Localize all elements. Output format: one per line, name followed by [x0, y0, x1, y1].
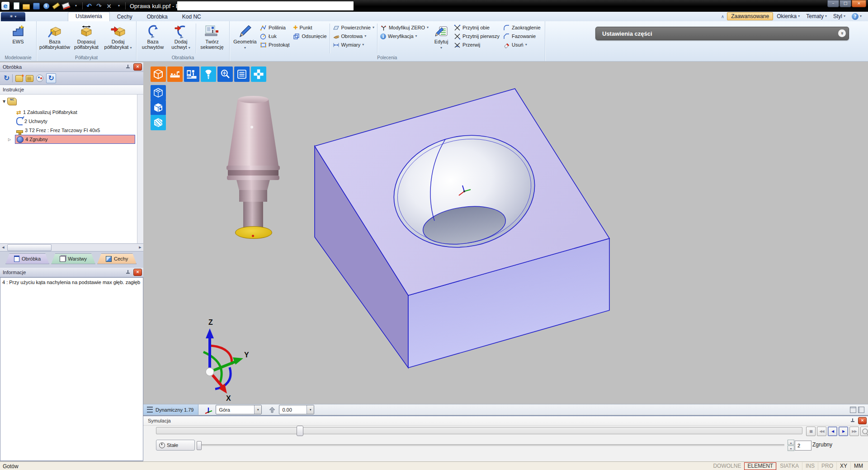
scrollbar-thumb[interactable] [7, 244, 52, 251]
speed-slider-handle[interactable] [197, 441, 202, 450]
ews-button[interactable]: EWS [2, 23, 34, 54]
new-file-button[interactable] [12, 1, 21, 10]
baza-uchwytow-button[interactable]: Baza uchwytów [139, 23, 167, 54]
spinner-up-button[interactable]: ▴ [788, 440, 794, 445]
undo-button[interactable]: ↶ [85, 1, 94, 10]
dopasuj-polfabrykat-button[interactable]: Dopasuj półfabrykat [71, 23, 102, 54]
przerwij-button[interactable]: Przerwij [454, 41, 500, 49]
obrotowa-button[interactable]: Obrotowa▾ [333, 32, 374, 40]
info-pin-icon[interactable] [126, 270, 130, 275]
mode-element[interactable]: ELEMENT [744, 462, 776, 470]
skip-start-button[interactable]: ◀◀ [817, 427, 826, 436]
minimize-button[interactable]: – [827, 0, 839, 7]
fazowanie-button[interactable]: Fazowanie [503, 32, 541, 40]
tab-kod-nc[interactable]: Kod NC [175, 12, 208, 21]
step-forward-button[interactable]: ▶ [839, 427, 848, 436]
save-button[interactable] [32, 1, 41, 10]
regenerate-button[interactable]: ↻ [4, 75, 9, 82]
tree-root-row[interactable]: ▼ NC [3, 97, 17, 105]
pin-icon[interactable] [126, 65, 130, 70]
simulation-progress-track[interactable] [156, 427, 802, 434]
dodaj-polfabrykat-button[interactable]: Dodaj półfabrykat ▾ [102, 23, 134, 54]
info-close-button[interactable]: × [133, 269, 142, 276]
mode-pro[interactable]: PRO [818, 462, 836, 470]
application-menu-button[interactable]: * ▾ [1, 12, 25, 21]
tree-horizontal-scrollbar[interactable]: ◀ ▶ [0, 244, 143, 252]
weryfikacja-button[interactable]: iWeryfikacja▾ [380, 32, 429, 40]
mode-dowolne[interactable]: DOWOLNE [710, 462, 744, 470]
expand-open-icon[interactable]: ▼ [3, 100, 5, 104]
scroll-right-icon[interactable]: ▶ [137, 244, 143, 251]
powierzchnie-button[interactable]: Powierzchnie▾ [333, 24, 374, 32]
toolbar-options-caret-icon[interactable]: ▾ [114, 1, 123, 10]
depth-select[interactable]: 0.00 ▾ [279, 405, 314, 414]
simulation-progress-handle[interactable] [297, 426, 303, 436]
przytnij-pierwszy-button[interactable]: Przytnij pierwszy [454, 32, 500, 40]
mode-mm[interactable]: MM [850, 462, 866, 470]
windows-menu[interactable]: Okienka▾ [774, 13, 802, 20]
sequence-list-button[interactable] [26, 75, 33, 82]
geometria-button[interactable]: Geometria▾ [232, 23, 258, 54]
tree-item-4-selected[interactable]: 4 Zgrubny [15, 135, 135, 144]
speed-slider[interactable] [197, 444, 784, 446]
measure-button[interactable] [52, 1, 61, 10]
punkt-button[interactable]: ✚Punkt [293, 24, 326, 32]
modyfikuj-zero-button[interactable]: Modyfikuj ZERO▾ [380, 24, 429, 32]
themes-menu[interactable]: Tematy▾ [803, 13, 830, 20]
graphics-viewport[interactable]: Z Y X Dynamiczny 1.79 Góra ▾ 0.00 ▾ [143, 62, 868, 415]
help-menu[interactable]: ?▾ [849, 13, 864, 20]
new-sequence-button[interactable]: ★ [15, 75, 23, 82]
tab-obrobka[interactable]: Obróbka [140, 12, 175, 21]
mode-ins[interactable]: INS [802, 462, 818, 470]
view-mode-button[interactable]: Dynamiczny 1.79 [143, 404, 198, 415]
tree-item-2[interactable]: 2 Uchwyty [16, 117, 47, 125]
split-horizontal-icon[interactable] [850, 407, 856, 413]
baza-polfabrykatow-button[interactable]: Baza półfabrykatów [39, 23, 71, 54]
app-logo-icon[interactable]: e [1, 2, 9, 10]
tree-vertical-scrollbar[interactable] [137, 95, 143, 243]
prostokat-button[interactable]: Prostokąt [260, 41, 289, 49]
tab-ustawienia[interactable]: Ustawienia [68, 12, 110, 21]
luk-button[interactable]: Łuk [260, 32, 289, 40]
split-vertical-icon[interactable] [858, 407, 864, 413]
tree-item-1[interactable]: ⇄ 1 Zaktualizuj Półfabrykat [16, 108, 77, 116]
sim-zoom-button[interactable] [860, 427, 868, 436]
dodaj-uchwyt-button[interactable]: Dodaj uchwyt ▾ [167, 23, 195, 54]
mode-xy[interactable]: XY [836, 462, 850, 470]
stop-button[interactable]: ■ [806, 427, 816, 436]
block-part[interactable] [315, 89, 609, 368]
cycle-colors-button[interactable] [36, 75, 43, 82]
przytnij-obie-button[interactable]: Przytnij obie [454, 24, 500, 32]
edytuj-button[interactable]: Edytuj▾ [430, 23, 452, 54]
tworz-sekwencje-button[interactable]: Twórz sekwencję [197, 23, 227, 54]
tab-warstwy-panel[interactable]: Warstwy [51, 253, 95, 264]
expand-closed-icon[interactable]: ▷ [8, 138, 11, 142]
instructions-tree[interactable]: ▼ NC ⇄ 1 Zaktualizuj Półfabrykat 2 Uchwy… [0, 95, 143, 244]
panel-close-button[interactable]: × [133, 63, 142, 71]
wymiary-button[interactable]: Wymiary▾ [333, 41, 374, 49]
mode-siatka[interactable]: SIATKA [776, 462, 802, 470]
delete-button[interactable]: × [104, 1, 113, 10]
erase-button[interactable] [61, 1, 71, 10]
style-menu[interactable]: Styl▾ [830, 13, 848, 20]
tree-item-3[interactable]: 3 T2 Frez : Frez Tarczowy FI 40x5 [16, 126, 100, 134]
info-button[interactable]: i [42, 1, 51, 10]
tab-obrobka-panel[interactable]: Obróbka [5, 253, 49, 264]
open-file-button[interactable] [22, 1, 31, 10]
zaokraglenie-button[interactable]: Zaokrąglenie [503, 24, 541, 32]
usun-button[interactable]: Usuń▾ [503, 41, 541, 49]
skip-end-button[interactable]: ▶▶ [849, 427, 859, 436]
tab-cechy[interactable]: Cechy [110, 12, 140, 21]
auto-update-toggle[interactable]: ↻ [46, 73, 56, 83]
collapse-ribbon-icon[interactable]: ∧ [721, 14, 724, 19]
step-back-button[interactable]: ◀ [828, 427, 837, 436]
odsuniecie-button[interactable]: Odsunięcie [293, 32, 326, 40]
speed-mode-button[interactable]: Stałe [156, 440, 195, 451]
advanced-mode-button[interactable]: Zaawansowane [727, 12, 773, 20]
simulation-close-button[interactable]: × [858, 417, 867, 424]
redo-button[interactable]: ↷ [94, 1, 104, 10]
cpl-select[interactable]: Góra ▾ [216, 405, 262, 414]
cycle-number-field[interactable]: 2 [795, 441, 811, 451]
tree-item-4-expander[interactable]: ▷ [8, 135, 11, 143]
spinner-down-button[interactable]: ▾ [788, 446, 794, 451]
